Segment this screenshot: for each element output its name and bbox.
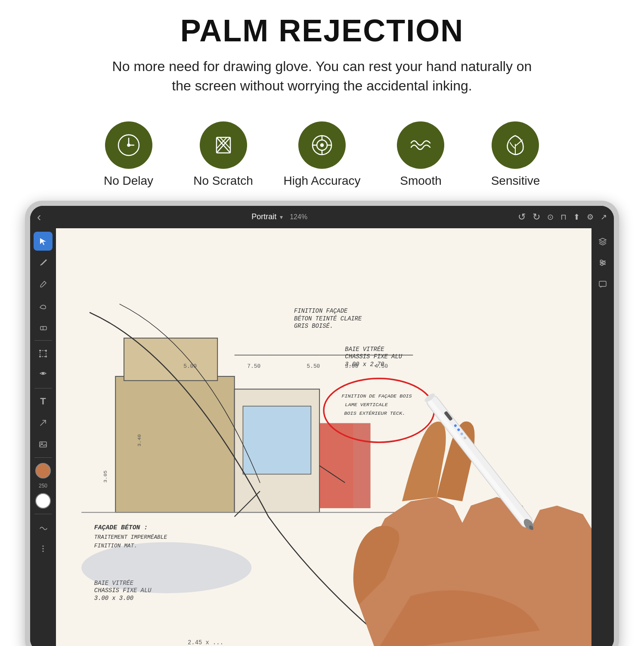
cursor-icon[interactable]: ↗ [601, 212, 607, 222]
help-icon[interactable]: ⊙ [547, 212, 554, 222]
topbar-center: Portrait ▾ 124% [251, 212, 307, 221]
tool-adjust[interactable] [34, 366, 53, 385]
sensitive-icon-circle [492, 121, 539, 169]
share-icon[interactable]: ⬆ [573, 212, 580, 222]
svg-text:FAÇADE BÉTON :: FAÇADE BÉTON : [94, 524, 148, 531]
ipad-section: ‹ Portrait ▾ 124% ↺ ↻ ⊙ ⊓ ⬆ ⚙ ↗ [0, 201, 644, 646]
svg-rect-20 [40, 351, 46, 357]
image-icon [38, 440, 48, 449]
settings-icon[interactable]: ⚙ [587, 212, 594, 222]
wave-icon [408, 132, 433, 158]
transform-icon [38, 349, 48, 358]
right-panel [591, 228, 614, 646]
svg-point-21 [39, 350, 41, 351]
svg-point-29 [43, 545, 44, 547]
svg-point-31 [43, 550, 44, 552]
svg-text:7.50: 7.50 [247, 363, 260, 370]
tool-smudge[interactable] [34, 296, 53, 315]
smooth-label: Smooth [400, 174, 442, 188]
svg-point-85 [601, 263, 603, 265]
canvas-area: FINITION FAÇADE BÉTON TEINTÉ CLAIRE GRIS… [56, 228, 591, 646]
no-delay-icon-circle [105, 121, 152, 169]
no-scratch-icon-circle [200, 121, 247, 169]
svg-point-25 [42, 372, 44, 375]
svg-rect-34 [124, 338, 217, 381]
svg-rect-86 [599, 281, 606, 286]
subtitle-line1: No more need for drawing glove. You can … [112, 59, 532, 74]
back-button[interactable]: ‹ [37, 210, 41, 224]
adjustments-icon[interactable] [593, 253, 612, 272]
svg-point-30 [43, 548, 44, 549]
brush-icon [38, 280, 48, 289]
hand-stylus-overlay [290, 338, 591, 646]
secondary-color-swatch[interactable] [35, 493, 51, 509]
eraser-icon [38, 323, 48, 332]
feature-no-scratch: No Scratch [189, 121, 258, 188]
feature-high-accuracy: High Accuracy [284, 121, 361, 188]
portrait-label[interactable]: Portrait [251, 212, 276, 221]
tool-select[interactable] [34, 232, 53, 251]
feature-sensitive: Sensitive [481, 121, 550, 188]
layers-icon[interactable] [593, 232, 612, 251]
clock-icon [116, 132, 142, 158]
tool-arrow[interactable] [34, 413, 53, 432]
comment-svg [598, 280, 607, 289]
high-accuracy-icon-circle [298, 121, 346, 169]
comments-icon[interactable] [593, 275, 612, 294]
main-title: PALM REJECTION [26, 13, 618, 48]
subtitle-line2: the screen without worrying the accident… [172, 78, 472, 93]
no-scratch-label: No Scratch [193, 174, 253, 188]
brush-size-label: 250 [39, 483, 47, 489]
undo-icon[interactable]: ↺ [518, 211, 526, 223]
svg-point-3 [127, 144, 130, 146]
smooth-icon-circle [397, 121, 444, 169]
svg-point-22 [45, 350, 47, 351]
toolbar-separator-2 [34, 388, 52, 388]
tool-text[interactable]: T [34, 392, 53, 411]
svg-point-83 [601, 260, 603, 262]
toolbar-separator-1 [34, 340, 52, 341]
select-icon [38, 236, 48, 246]
tool-transform[interactable] [34, 344, 53, 363]
header-section: PALM REJECTION No more need for drawing … [0, 0, 644, 117]
tool-extra[interactable] [34, 539, 53, 558]
tool-image[interactable] [34, 435, 53, 454]
leaf-icon [502, 132, 528, 158]
svg-text:TRAITEMENT IMPERMÉABLE: TRAITEMENT IMPERMÉABLE [94, 534, 167, 540]
svg-point-24 [45, 356, 47, 357]
mic-icon[interactable]: ⊓ [560, 212, 567, 222]
svg-text:FINITION FAÇADE: FINITION FAÇADE [294, 307, 348, 314]
sliders-svg [598, 258, 607, 267]
tool-brush[interactable] [34, 275, 53, 294]
svg-text:3.05: 3.05 [102, 470, 108, 482]
svg-text:2.45 x ...: 2.45 x ... [188, 639, 223, 646]
tool-pen[interactable] [34, 253, 53, 272]
squiggle-icon [38, 522, 48, 532]
subtitle: No more need for drawing glove. You can … [85, 57, 559, 96]
app-content: T [30, 228, 614, 646]
topbar-left: ‹ [37, 210, 41, 224]
zoom-level: 124% [290, 213, 307, 221]
sensitive-label: Sensitive [491, 174, 540, 188]
high-accuracy-label: High Accuracy [284, 174, 361, 188]
svg-text:3.40: 3.40 [136, 434, 142, 446]
redo-icon[interactable]: ↻ [533, 211, 540, 223]
arrow-icon [38, 418, 48, 428]
pen-icon [38, 258, 48, 267]
svg-text:BÉTON TEINTÉ CLAIRE: BÉTON TEINTÉ CLAIRE [294, 314, 362, 322]
svg-point-84 [603, 261, 605, 264]
svg-text:GRIS BOISÉ.: GRIS BOISÉ. [294, 322, 333, 329]
no-scratch-icon [211, 132, 236, 158]
dropdown-arrow[interactable]: ▾ [280, 214, 283, 221]
tool-smudge2[interactable] [34, 518, 53, 537]
text-icon: T [40, 396, 46, 407]
svg-point-11 [321, 144, 323, 146]
tool-eraser[interactable] [34, 318, 53, 337]
ipad-inner: ‹ Portrait ▾ 124% ↺ ↻ ⊙ ⊓ ⬆ ⚙ ↗ [30, 206, 614, 646]
left-toolbar: T [30, 228, 56, 646]
svg-text:5.00: 5.00 [183, 363, 197, 370]
no-delay-label: No Delay [104, 174, 153, 188]
hand-svg [290, 338, 591, 646]
primary-color-swatch[interactable] [35, 463, 51, 478]
smudge-icon [38, 301, 48, 311]
